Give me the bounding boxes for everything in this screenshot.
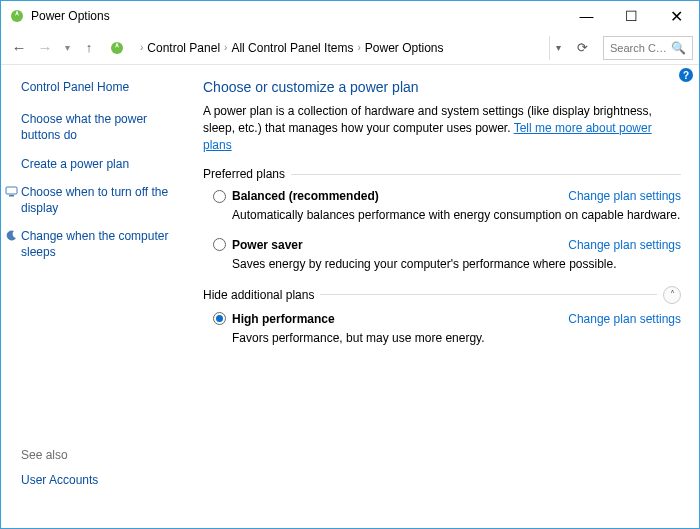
forward-button[interactable]: → [33, 36, 57, 60]
breadcrumb[interactable]: › Control Panel › All Control Panel Item… [131, 36, 547, 60]
location-icon [109, 40, 125, 56]
breadcrumb-item[interactable]: All Control Panel Items [231, 41, 353, 55]
plan-name[interactable]: Balanced (recommended) [232, 189, 379, 203]
sleep-icon [5, 229, 18, 242]
maximize-button[interactable]: ☐ [609, 1, 654, 31]
breadcrumb-item[interactable]: Power Options [365, 41, 444, 55]
sidebar: Control Panel Home Choose what the power… [1, 65, 189, 528]
plan-name[interactable]: High performance [232, 312, 335, 326]
sidebar-link-power-buttons[interactable]: Choose what the power buttons do [21, 111, 179, 143]
search-icon: 🔍 [671, 41, 686, 55]
sidebar-link-create-plan[interactable]: Create a power plan [21, 156, 179, 172]
change-plan-settings-link[interactable]: Change plan settings [568, 189, 681, 203]
window-title: Power Options [31, 9, 564, 23]
page-title: Choose or customize a power plan [203, 79, 681, 95]
intro-text: A power plan is a collection of hardware… [203, 103, 681, 153]
svg-rect-2 [6, 187, 17, 194]
power-options-icon [9, 8, 25, 24]
display-icon [5, 185, 18, 198]
search-placeholder: Search Co... [610, 42, 667, 54]
radio-balanced[interactable] [213, 190, 226, 203]
preferred-plans-label: Preferred plans [203, 167, 681, 181]
plan-high-performance: High performance Change plan settings Fa… [213, 312, 681, 346]
search-input[interactable]: Search Co... 🔍 [603, 36, 693, 60]
change-plan-settings-link[interactable]: Change plan settings [568, 238, 681, 252]
back-button[interactable]: ← [7, 36, 31, 60]
chevron-right-icon: › [357, 42, 360, 53]
address-dropdown[interactable]: ▾ [549, 36, 567, 60]
plan-desc: Saves energy by reducing your computer's… [232, 256, 681, 272]
up-button[interactable]: ↑ [77, 36, 101, 60]
hide-additional-label[interactable]: Hide additional plans [203, 288, 314, 302]
history-dropdown[interactable]: ▾ [59, 36, 75, 60]
navigation-bar: ← → ▾ ↑ › Control Panel › All Control Pa… [1, 31, 699, 65]
sidebar-link-display-off[interactable]: Choose when to turn off the display [21, 184, 179, 216]
chevron-right-icon: › [224, 42, 227, 53]
main-content: ? Choose or customize a power plan A pow… [189, 65, 699, 528]
svg-rect-3 [9, 195, 14, 197]
plan-desc: Favors performance, but may use more ene… [232, 330, 681, 346]
hide-additional-row: Hide additional plans ˄ [203, 286, 681, 304]
radio-high-performance[interactable] [213, 312, 226, 325]
change-plan-settings-link[interactable]: Change plan settings [568, 312, 681, 326]
collapse-icon[interactable]: ˄ [663, 286, 681, 304]
refresh-button[interactable]: ⟳ [569, 36, 595, 60]
plan-desc: Automatically balances performance with … [232, 207, 681, 223]
radio-power-saver[interactable] [213, 238, 226, 251]
see-also-label: See also [21, 448, 179, 462]
plan-name[interactable]: Power saver [232, 238, 303, 252]
see-also-user-accounts[interactable]: User Accounts [21, 472, 179, 488]
close-button[interactable]: ✕ [654, 1, 699, 31]
minimize-button[interactable]: — [564, 1, 609, 31]
plan-power-saver: Power saver Change plan settings Saves e… [213, 238, 681, 272]
help-icon[interactable]: ? [679, 68, 693, 82]
control-panel-home-link[interactable]: Control Panel Home [21, 79, 179, 95]
sidebar-link-sleep[interactable]: Change when the computer sleeps [21, 228, 179, 260]
breadcrumb-item[interactable]: Control Panel [147, 41, 220, 55]
plan-balanced: Balanced (recommended) Change plan setti… [213, 189, 681, 223]
chevron-right-icon: › [140, 42, 143, 53]
titlebar: Power Options — ☐ ✕ [1, 1, 699, 31]
